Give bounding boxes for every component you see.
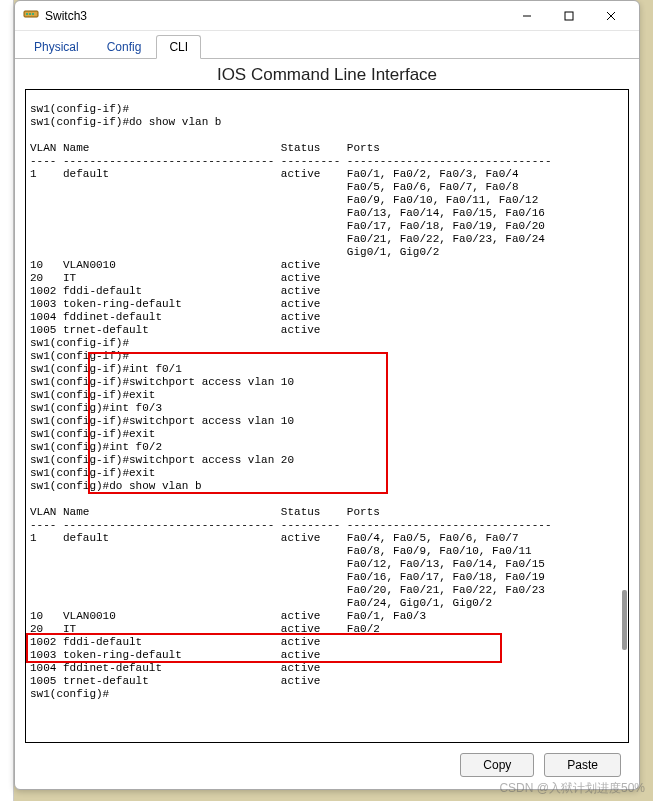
maximize-button[interactable]: [549, 2, 589, 30]
minimize-button[interactable]: [507, 2, 547, 30]
window-controls: [507, 2, 631, 30]
paste-button[interactable]: Paste: [544, 753, 621, 777]
scrollbar-thumb[interactable]: [622, 590, 627, 650]
svg-rect-3: [32, 13, 34, 15]
svg-rect-5: [565, 12, 573, 20]
tab-config[interactable]: Config: [94, 35, 155, 58]
watermark-text: CSDN @入狱计划进度50%: [499, 780, 645, 797]
window-title: Switch3: [45, 9, 507, 23]
svg-rect-1: [26, 13, 28, 15]
close-icon: [606, 11, 616, 21]
svg-rect-2: [29, 13, 31, 15]
cli-output-frame: sw1(config-if)# sw1(config-if)#do show v…: [25, 89, 629, 743]
copy-button[interactable]: Copy: [460, 753, 534, 777]
cli-heading: IOS Command Line Interface: [15, 59, 639, 89]
tab-cli[interactable]: CLI: [156, 35, 201, 59]
minimize-icon: [522, 11, 532, 21]
maximize-icon: [564, 11, 574, 21]
tab-bar: Physical Config CLI: [15, 31, 639, 59]
titlebar: Switch3: [15, 1, 639, 31]
app-window: Switch3 Physical Config CLI IOS Command …: [14, 0, 640, 790]
background-left-edge: [0, 0, 14, 801]
close-button[interactable]: [591, 2, 631, 30]
tab-physical[interactable]: Physical: [21, 35, 92, 58]
switch-icon: [23, 6, 39, 26]
cli-output[interactable]: sw1(config-if)# sw1(config-if)#do show v…: [26, 101, 628, 703]
